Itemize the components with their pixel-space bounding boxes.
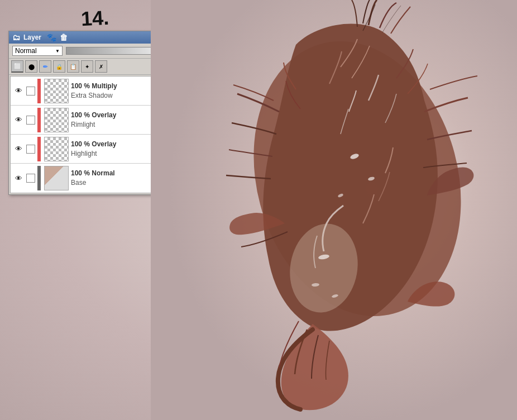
blend-mode-arrow: ▼: [55, 49, 60, 54]
panel-title: Layer: [23, 34, 41, 41]
tool-delete[interactable]: ✗: [95, 60, 107, 73]
layer-color-indicator: [37, 166, 41, 190]
blend-mode-select[interactable]: Normal ▼: [12, 46, 63, 56]
thumb-checker-pattern: [45, 79, 68, 103]
panel-icon-new: 🐾: [47, 33, 56, 42]
layer-thumbnail: [44, 166, 69, 190]
layer-color-indicator: [37, 137, 41, 161]
layer-color-indicator: [37, 108, 41, 132]
layer-thumbnail: [44, 79, 69, 103]
tool-copy[interactable]: 📋: [67, 60, 79, 73]
layer-thumbnail: [44, 137, 69, 161]
layer-visibility-toggle[interactable]: 👁: [13, 114, 24, 126]
blend-mode-label: Normal: [15, 47, 37, 55]
layer-color-indicator: [37, 79, 41, 103]
tool-select[interactable]: ⬜: [11, 60, 23, 73]
thumb-checker-pattern: [45, 137, 68, 161]
step-14-label: 14.: [80, 6, 109, 31]
layer-thumbnail: [44, 108, 69, 132]
panel-icon-layers: 🗂: [12, 33, 20, 42]
layer-checkbox[interactable]: [26, 116, 35, 125]
layer-checkbox[interactable]: [26, 87, 35, 96]
tool-pencil[interactable]: ✏: [39, 60, 51, 73]
layer-checkbox[interactable]: [26, 174, 35, 183]
fur-illustration: [151, 0, 517, 420]
tool-lock[interactable]: 🔒: [53, 60, 65, 73]
layer-visibility-toggle[interactable]: 👁: [13, 144, 24, 155]
tool-fx[interactable]: ✦: [81, 60, 93, 73]
layer-visibility-toggle[interactable]: 👁: [13, 85, 24, 97]
layer-checkbox[interactable]: [26, 145, 35, 154]
thumb-checker-pattern: [45, 108, 68, 132]
tool-circle[interactable]: ⬤: [25, 60, 37, 73]
thumb-base-pattern: [45, 166, 68, 190]
panel-icon-delete: 🗑: [60, 33, 68, 42]
layer-visibility-toggle[interactable]: 👁: [13, 173, 24, 184]
